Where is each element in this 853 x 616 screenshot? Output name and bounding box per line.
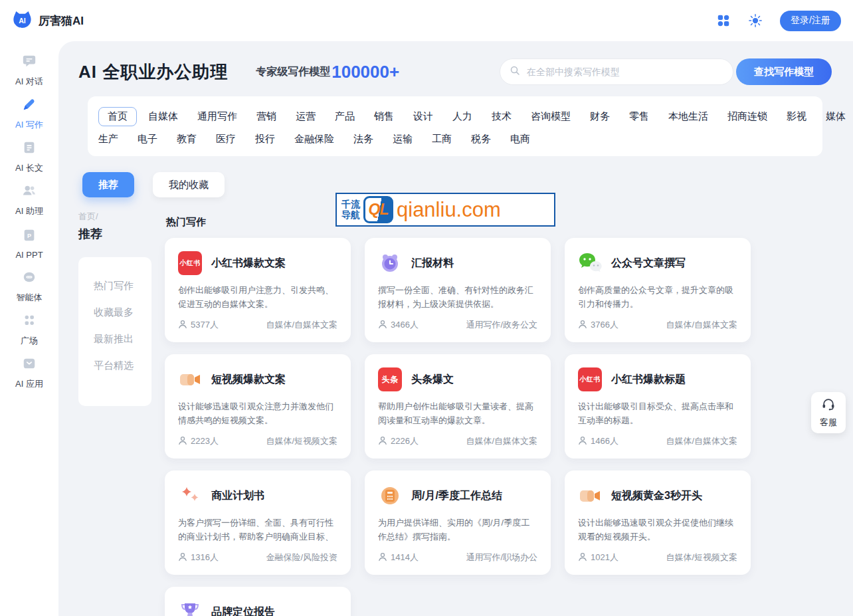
category-人力[interactable]: 人力 [452, 110, 472, 123]
card-description: 设计能够迅速吸引观众注意力并激发他们情感共鸣的短视频文案。 [178, 399, 337, 429]
category-投行[interactable]: 投行 [255, 133, 275, 146]
category-首页[interactable]: 首页 [98, 107, 137, 126]
subnav-item-热门写作[interactable]: 热门写作 [94, 280, 151, 292]
sidebar-item-广场[interactable]: 广场 [0, 308, 58, 352]
sidebar-item-label: 智能体 [17, 292, 43, 304]
category-财务[interactable]: 财务 [590, 110, 610, 123]
category-工商[interactable]: 工商 [432, 133, 452, 146]
card-category: 金融保险/风险投资 [266, 552, 337, 564]
alarm-clock-icon [378, 251, 402, 275]
category-本地生活[interactable]: 本地生活 [668, 110, 708, 123]
brand[interactable]: AI 厉害猫AI [12, 10, 84, 31]
category-法务[interactable]: 法务 [353, 133, 373, 146]
card-users: 1414人 [378, 552, 419, 564]
card-title: 汇报材料 [411, 257, 454, 270]
video-camera-icon [578, 484, 602, 508]
category-医疗[interactable]: 医疗 [216, 133, 236, 146]
card-title: 商业计划书 [211, 489, 264, 503]
card-users-count: 3466人 [391, 319, 419, 331]
card-description: 创作高质量的公众号文章，提升文章的吸引力和传播力。 [578, 283, 737, 312]
category-金融保险[interactable]: 金融保险 [294, 133, 334, 146]
sidebar-item-AI-对话[interactable]: AI 对话 [0, 49, 58, 92]
card-users: 3466人 [378, 319, 419, 331]
assistant-icon [22, 183, 37, 201]
model-card[interactable]: 小红书小红书爆款标题设计出能够吸引目标受众、提高点击率和互动率的标题。1466人… [565, 354, 751, 459]
card-description: 设计出能够吸引目标受众、提高点击率和互动率的标题。 [578, 399, 737, 429]
category-招商连锁[interactable]: 招商连锁 [727, 110, 767, 123]
category-销售[interactable]: 销售 [374, 110, 394, 123]
category-运营[interactable]: 运营 [296, 110, 316, 123]
main-panel: AI 全职业办公助理 专家级写作模型 100000+ 查找写作模型 首页自媒体通… [58, 41, 853, 616]
sidebar-item-AI-写作[interactable]: AI 写作 [0, 92, 58, 136]
model-card[interactable]: 汇报材料撰写一份全面、准确、有针对性的政务汇报材料，为上级决策提供依据。3466… [365, 238, 551, 342]
ppt-icon: P [22, 228, 37, 245]
model-card[interactable]: 短视频爆款文案设计能够迅速吸引观众注意力并激发他们情感共鸣的短视频文案。2223… [165, 354, 351, 459]
subnav-item-最新推出[interactable]: 最新推出 [94, 333, 151, 346]
category-咨询模型[interactable]: 咨询模型 [531, 110, 571, 123]
sidebar-item-AI-助理[interactable]: AI 助理 [0, 179, 58, 222]
sidebar-item-智能体[interactable]: 智能体 [0, 265, 58, 308]
find-model-button[interactable]: 查找写作模型 [736, 58, 832, 85]
model-card[interactable]: 头条头条爆文帮助用户创作出能够吸引大量读者、提高阅读量和互动率的爆款文章。222… [365, 354, 551, 459]
category-营销[interactable]: 营销 [256, 110, 276, 123]
category-产品[interactable]: 产品 [335, 110, 355, 123]
sidebar-item-AI-PPT[interactable]: PAI PPT [0, 222, 58, 265]
category-设计[interactable]: 设计 [413, 110, 433, 123]
category-生产[interactable]: 生产 [98, 133, 118, 146]
category-自媒体[interactable]: 自媒体 [148, 110, 178, 123]
stars-icon [178, 484, 202, 508]
category-电商[interactable]: 电商 [510, 133, 530, 146]
model-card[interactable]: 公众号文章撰写创作高质量的公众号文章，提升文章的吸引力和传播力。3766人自媒体… [565, 238, 751, 342]
card-users-count: 2223人 [191, 435, 219, 447]
person-icon [378, 552, 387, 564]
model-cards-grid: 小红书小红书爆款文案创作出能够吸引用户注意力、引发共鸣、促进互动的自媒体文案。5… [165, 238, 832, 616]
card-title: 品牌定位报告 [211, 605, 275, 616]
search-bar[interactable] [500, 58, 733, 85]
model-card[interactable]: 小红书小红书爆款文案创作出能够吸引用户注意力、引发共鸣、促进互动的自媒体文案。5… [165, 238, 351, 342]
category-教育[interactable]: 教育 [177, 133, 197, 146]
card-title: 周/月/季度工作总结 [411, 489, 502, 503]
model-card[interactable]: 周/月/季度工作总结为用户提供详细、实用的《周/月/季度工作总结》撰写指南。14… [365, 470, 551, 575]
card-description: 撰写一份全面、准确、有针对性的政务汇报材料，为上级决策提供依据。 [378, 283, 537, 312]
category-零售[interactable]: 零售 [629, 110, 649, 123]
customer-service-button[interactable]: 客服 [811, 392, 846, 433]
category-运输[interactable]: 运输 [393, 133, 413, 146]
category-影视[interactable]: 影视 [787, 110, 806, 123]
apps-grid-icon[interactable] [716, 13, 731, 28]
login-button[interactable]: 登录/注册 [780, 11, 841, 31]
subnav-card: 热门写作收藏最多最新推出平台精选 [78, 257, 151, 406]
category-技术[interactable]: 技术 [492, 110, 512, 123]
card-users: 2226人 [378, 435, 419, 447]
category-媒体[interactable]: 媒体 [826, 110, 846, 123]
subnav-item-收藏最多[interactable]: 收藏最多 [94, 306, 151, 319]
category-税务[interactable]: 税务 [471, 133, 491, 146]
tab-推荐[interactable]: 推荐 [82, 172, 134, 197]
card-title: 小红书爆款文案 [211, 257, 286, 270]
person-icon [578, 436, 587, 447]
person-icon [178, 552, 187, 564]
card-description: 创作出能够吸引用户注意力、引发共鸣、促进互动的自媒体文案。 [178, 283, 337, 312]
model-card[interactable]: 品牌定位报告 [165, 587, 351, 616]
category-电子[interactable]: 电子 [138, 133, 157, 146]
sidebar-item-AI-长文[interactable]: AI 长文 [0, 136, 58, 179]
sidebar-item-AI-应用[interactable]: AI 应用 [0, 352, 58, 395]
card-users-count: 5377人 [191, 319, 219, 331]
card-users: 5377人 [178, 319, 219, 331]
chat-icon [22, 54, 37, 71]
page-title: AI 全职业办公助理 [78, 60, 228, 84]
square-grid-icon [22, 313, 37, 330]
model-card[interactable]: 商业计划书为客户撰写一份详细、全面、具有可行性的商业计划书，帮助客户明确商业目标… [165, 470, 351, 575]
watermark-domain: qianliu.com [397, 198, 501, 222]
card-users: 2223人 [178, 435, 219, 447]
category-row-1: 首页自媒体通用写作营销运营产品销售设计人力技术咨询模型财务零售本地生活招商连锁影… [98, 104, 812, 130]
search-input[interactable] [525, 66, 723, 78]
card-category: 自媒体/自媒体文案 [266, 319, 337, 331]
subnav-item-平台精选[interactable]: 平台精选 [94, 359, 151, 372]
card-users-count: 1466人 [591, 435, 618, 447]
model-card[interactable]: 短视频黄金3秒开头设计出能够迅速吸引观众并促使他们继续观看的短视频开头。1021… [565, 470, 751, 575]
theme-sun-icon[interactable] [748, 13, 763, 28]
category-通用写作[interactable]: 通用写作 [197, 110, 237, 123]
sidebar-item-label: AI 助理 [15, 205, 43, 217]
tab-我的收藏[interactable]: 我的收藏 [153, 172, 225, 197]
card-title: 公众号文章撰写 [611, 257, 686, 270]
